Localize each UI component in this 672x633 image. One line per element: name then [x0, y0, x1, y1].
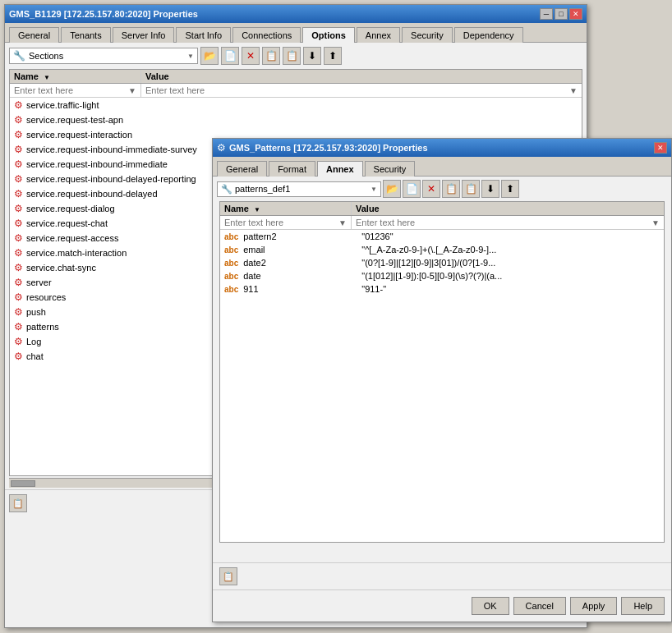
tab-general[interactable]: General	[9, 27, 59, 43]
sort-arrow-icon: ▼	[44, 74, 50, 81]
dialog-copy-button[interactable]: 📋	[442, 180, 460, 198]
copy-button[interactable]: 📋	[262, 47, 280, 65]
cancel-button[interactable]: Cancel	[513, 597, 566, 615]
import-button[interactable]: ⬇	[303, 47, 321, 65]
help-button[interactable]: Help	[621, 597, 665, 615]
sections-label: Sections	[29, 51, 63, 61]
dialog-window-icon: ⚙	[217, 142, 226, 154]
patterns-icon: 🔧	[221, 184, 232, 195]
export-button[interactable]: ⬆	[324, 47, 342, 65]
tab-server-info[interactable]: Server Info	[113, 27, 175, 43]
dialog-paste-button[interactable]: 📋	[462, 180, 480, 198]
item-gear-icon	[14, 158, 23, 170]
dialog-name-column-header[interactable]: Name ▼	[220, 202, 352, 215]
dialog-value-column-header[interactable]: Value	[352, 202, 664, 215]
dialog-open-button[interactable]: 📂	[383, 180, 401, 198]
close-button[interactable]: ✕	[569, 8, 582, 20]
sections-icon: 🔧	[13, 50, 25, 62]
item-gear-icon	[14, 262, 23, 273]
list-item[interactable]: service.request-test-apn	[10, 112, 582, 127]
dialog-table-header: Name ▼ Value	[220, 202, 664, 216]
list-item[interactable]: service.traffic-light	[10, 98, 582, 112]
dialog-window-controls: ✕	[654, 142, 667, 154]
tab-security[interactable]: Security	[402, 27, 453, 43]
patterns-dropdown-arrow-icon: ▼	[371, 186, 377, 193]
item-gear-icon	[14, 351, 23, 362]
main-filter-row: ▼ ▼	[10, 84, 582, 98]
list-item[interactable]: abc 911 "911-"	[220, 282, 664, 296]
patterns-dropdown[interactable]: 🔧 patterns_def1 ▼	[217, 181, 381, 197]
item-gear-icon	[14, 321, 23, 333]
dialog-spacer	[213, 543, 671, 562]
main-title-bar: GMS_B1129 [172.25.157.80:2020] Propertie…	[5, 5, 587, 23]
item-gear-icon	[14, 173, 23, 185]
abc-icon: abc	[224, 232, 238, 241]
new-file-button[interactable]: 📄	[221, 47, 239, 65]
tab-options[interactable]: Options	[302, 27, 355, 43]
name-filter-input[interactable]	[14, 85, 128, 95]
open-folder-button[interactable]: 📂	[200, 47, 219, 65]
item-gear-icon	[14, 247, 23, 259]
main-toolbar: 🔧 Sections ▼ 📂 📄 ✕ 📋 📋 ⬇ ⬆	[5, 43, 587, 69]
dialog-table: Name ▼ Value ▼ ▼ abc	[219, 201, 665, 543]
item-gear-icon	[14, 99, 23, 111]
list-item[interactable]: abc date2 "(0?[1-9]|[12][0-9]|3[01])/(0?…	[220, 256, 664, 269]
main-tabs: General Tenants Server Info Start Info C…	[5, 23, 587, 43]
dialog-window-title: GMS_Patterns [172.25.157.93:2020] Proper…	[229, 143, 428, 153]
dialog-delete-button[interactable]: ✕	[422, 180, 440, 198]
maximize-button[interactable]: □	[555, 8, 568, 20]
tab-start-info[interactable]: Start Info	[176, 27, 231, 43]
dialog-tabs: General Format Annex Security	[213, 157, 671, 177]
name-column-header[interactable]: Name ▼	[10, 70, 141, 83]
item-gear-icon	[14, 144, 23, 155]
patterns-dropdown-label: patterns_def1	[235, 184, 290, 194]
delete-button[interactable]: ✕	[242, 47, 260, 65]
copy-bottom-button[interactable]: 📋	[9, 494, 27, 512]
sections-dropdown[interactable]: 🔧 Sections ▼	[9, 48, 198, 64]
dialog-list-area: abc pattern2 "01236" abc email "^[_A-Za-…	[220, 230, 664, 542]
paste-button[interactable]: 📋	[283, 47, 301, 65]
dropdown-arrow-icon: ▼	[187, 53, 194, 60]
value-filter-cell: ▼	[141, 84, 582, 97]
dialog-title-bar: ⚙ GMS_Patterns [172.25.157.93:2020] Prop…	[213, 139, 671, 157]
tab-dialog-general[interactable]: General	[217, 161, 267, 177]
dialog-export-button[interactable]: ⬆	[501, 180, 519, 198]
value-filter-input[interactable]	[145, 85, 569, 95]
item-gear-icon	[14, 232, 23, 244]
dialog-bottom-bar: 📋	[213, 562, 671, 589]
dialog-close-button[interactable]: ✕	[654, 142, 667, 154]
tab-annex[interactable]: Annex	[357, 27, 400, 43]
list-item[interactable]: abc email "^[_A-Za-z0-9-]+(\.[_A-Za-z0-9…	[220, 243, 664, 256]
tab-connections[interactable]: Connections	[232, 27, 301, 43]
dialog-content: General Format Annex Security 🔧 patterns…	[213, 157, 671, 622]
item-gear-icon	[14, 203, 23, 214]
dialog-filter-row: ▼ ▼	[220, 216, 664, 230]
name-filter-cell: ▼	[10, 84, 141, 97]
minimize-button[interactable]: ─	[540, 8, 553, 20]
value-column-header[interactable]: Value	[141, 70, 582, 83]
main-window-title: GMS_B1129 [172.25.157.80:2020] Propertie…	[9, 9, 198, 19]
tab-dialog-annex[interactable]: Annex	[317, 161, 363, 177]
list-item[interactable]: abc date "(1[012]|[1-9]):[0-5][0-9](\s)?…	[220, 269, 664, 282]
apply-button[interactable]: Apply	[570, 597, 618, 615]
dialog-value-filter-input[interactable]	[356, 218, 651, 227]
list-item[interactable]: abc pattern2 "01236"	[220, 230, 664, 243]
tab-tenants[interactable]: Tenants	[61, 27, 111, 43]
item-gear-icon	[14, 291, 23, 303]
scroll-thumb[interactable]	[11, 480, 35, 487]
tab-dialog-format[interactable]: Format	[269, 161, 315, 177]
item-gear-icon	[14, 114, 23, 126]
tab-dependency[interactable]: Dependency	[454, 27, 523, 43]
ok-button[interactable]: OK	[472, 597, 509, 615]
dialog-name-filter-cell: ▼	[220, 216, 352, 229]
main-table-header: Name ▼ Value	[10, 70, 582, 84]
dialog-window: ⚙ GMS_Patterns [172.25.157.93:2020] Prop…	[212, 138, 672, 622]
tab-dialog-security[interactable]: Security	[365, 161, 416, 177]
item-gear-icon	[14, 306, 23, 318]
item-gear-icon	[14, 129, 23, 140]
dialog-import-button[interactable]: ⬇	[481, 180, 499, 198]
value-filter-icon: ▼	[569, 86, 578, 95]
dialog-name-filter-input[interactable]	[224, 218, 338, 227]
dialog-copy-bottom-button[interactable]: 📋	[219, 567, 237, 585]
dialog-new-button[interactable]: 📄	[403, 180, 421, 198]
